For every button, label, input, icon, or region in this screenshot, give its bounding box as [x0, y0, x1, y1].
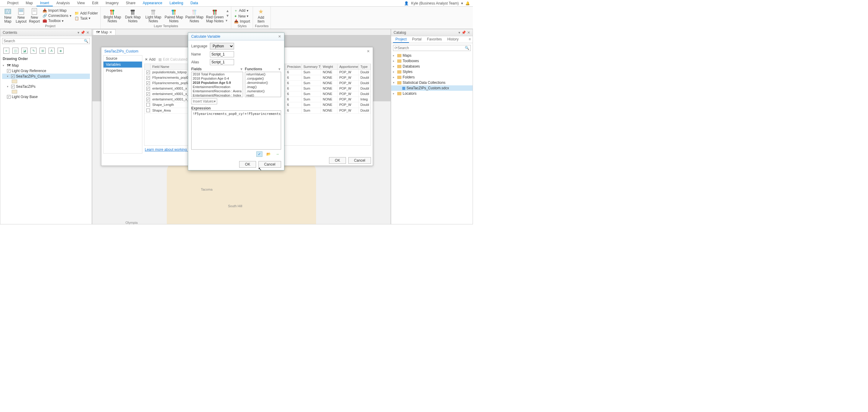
- checkbox[interactable]: [146, 108, 150, 112]
- name-input[interactable]: [210, 51, 234, 57]
- list-item[interactable]: real(): [245, 93, 281, 97]
- list-by-selection-icon[interactable]: ◪: [22, 47, 27, 54]
- contents-search[interactable]: 🔍: [2, 38, 90, 44]
- tab-analysis[interactable]: Analysis: [53, 0, 73, 6]
- tab-labeling[interactable]: Labeling: [166, 0, 187, 6]
- checkbox[interactable]: [146, 92, 150, 96]
- list-item[interactable]: .numerator(): [245, 89, 281, 93]
- catalog-search[interactable]: ⟳ 🔍: [393, 45, 471, 51]
- pin-icon[interactable]: 📌: [461, 30, 466, 35]
- checkbox[interactable]: [146, 87, 150, 91]
- load-icon[interactable]: 📂: [266, 151, 272, 157]
- tree-light-gray-ref[interactable]: Light Gray Reference: [2, 68, 90, 73]
- tab-map[interactable]: Map: [22, 0, 36, 6]
- catalog-tab-history[interactable]: History: [445, 36, 461, 43]
- cat-toolboxes[interactable]: ▸Toolboxes: [391, 58, 473, 64]
- close-icon[interactable]: ✕: [278, 34, 281, 39]
- col-apportion[interactable]: Apportionment: [338, 64, 359, 69]
- toolbox-button[interactable]: 🧰Toolbox ▾: [42, 19, 72, 23]
- cat-maps[interactable]: ▸Maps: [391, 53, 473, 58]
- add-button[interactable]: ✕Add: [145, 57, 155, 62]
- menu-icon[interactable]: ≡: [467, 36, 473, 43]
- tree-seatac-custom[interactable]: ▾SeaTacZIPs_Custom: [2, 73, 90, 79]
- tab-insert[interactable]: Insert: [36, 0, 53, 6]
- col-precision[interactable]: Precision: [285, 64, 302, 69]
- side-properties[interactable]: Properties: [103, 68, 142, 73]
- gallery-more-icon[interactable]: ▾: [226, 19, 229, 23]
- list-item[interactable]: .denominator(): [245, 81, 281, 85]
- template-light[interactable]: Light Map Notes: [144, 8, 163, 23]
- tab-edit[interactable]: Edit: [88, 0, 102, 6]
- col-type[interactable]: Type: [359, 64, 371, 69]
- list-item[interactable]: returnValue(): [245, 72, 281, 76]
- list-item[interactable]: 2018 Population Age 0-4: [191, 76, 243, 81]
- col-weight[interactable]: Weight: [321, 64, 338, 69]
- list-item[interactable]: 2018 Total Population: [191, 72, 243, 76]
- fields-list[interactable]: 2018 Total Population2018 Population Age…: [191, 72, 243, 97]
- tree-light-gray-base[interactable]: Light Gray Base: [2, 94, 90, 99]
- ok-button[interactable]: OK: [329, 157, 346, 164]
- style-import-button[interactable]: 📥Import: [233, 19, 251, 24]
- list-item[interactable]: .conjugate(): [245, 76, 281, 81]
- list-by-perspective-icon[interactable]: ◈: [58, 47, 64, 54]
- user-name[interactable]: Kyle (Business Analyst Team): [411, 1, 459, 5]
- list-item[interactable]: Entertainment/Recreation : Avera: [191, 89, 243, 93]
- list-item[interactable]: .imag(): [245, 85, 281, 89]
- tab-view[interactable]: View: [73, 0, 88, 6]
- checkbox[interactable]: [7, 95, 10, 99]
- checkbox[interactable]: [11, 85, 15, 88]
- new-map-button[interactable]: New Map: [2, 7, 14, 24]
- col-field[interactable]: Field Name: [151, 64, 193, 69]
- close-icon[interactable]: ✕: [86, 30, 89, 35]
- add-item-button[interactable]: ★ Add Item: [255, 7, 267, 24]
- cat-folders[interactable]: ▸Folders: [391, 74, 473, 80]
- catalog-tab-favorites[interactable]: Favorites: [425, 36, 444, 43]
- language-select[interactable]: Python: [210, 43, 234, 50]
- list-item[interactable]: 2018 Population Age 5-9: [191, 81, 243, 85]
- cat-locators[interactable]: ▸Locators: [391, 91, 473, 96]
- checkbox[interactable]: [11, 74, 15, 78]
- dropdown-icon[interactable]: ▾: [78, 30, 79, 35]
- cancel-button[interactable]: Cancel: [258, 161, 281, 168]
- checkbox[interactable]: [146, 103, 150, 106]
- filter-icon[interactable]: ▼: [240, 67, 243, 71]
- search-icon[interactable]: 🔍: [84, 39, 88, 43]
- notifications-icon[interactable]: 🔔: [465, 1, 470, 5]
- cat-sdc[interactable]: ▾Statistical Data Collections: [391, 80, 473, 85]
- close-icon[interactable]: ✕: [467, 30, 470, 35]
- checkbox[interactable]: [146, 82, 150, 85]
- connections-button[interactable]: 🔗Connections ▾: [42, 13, 72, 18]
- tab-imagery[interactable]: Imagery: [102, 0, 122, 6]
- tab-share[interactable]: Share: [122, 0, 139, 6]
- search-input[interactable]: [4, 39, 84, 43]
- checkbox[interactable]: [7, 69, 10, 73]
- list-by-snapping-icon[interactable]: ⊞: [39, 47, 45, 54]
- validate-icon[interactable]: ✓: [256, 151, 262, 157]
- list-by-labeling-icon[interactable]: A: [49, 47, 55, 54]
- insert-values-combo[interactable]: Insert Values▾: [191, 98, 217, 104]
- checkbox[interactable]: [146, 76, 150, 80]
- template-paired[interactable]: Paired Map Notes: [164, 8, 183, 23]
- filter-icon[interactable]: ▼: [278, 67, 281, 71]
- close-icon[interactable]: ✕: [109, 30, 112, 34]
- template-redgreen[interactable]: Red Green Map Notes: [205, 8, 224, 23]
- functions-list[interactable]: returnValue().conjugate().denominator().…: [245, 72, 281, 97]
- col-summary[interactable]: Summary Type: [302, 64, 321, 69]
- tab-project[interactable]: Project: [4, 0, 22, 6]
- list-item[interactable]: Entertainment/Recreation : Index: [191, 93, 243, 97]
- add-folder-button[interactable]: 📁Add Folder: [73, 11, 99, 16]
- cancel-button[interactable]: Cancel: [348, 157, 371, 164]
- tree-seatac-zips[interactable]: ▾SeaTacZIPs: [2, 84, 90, 89]
- refresh-icon[interactable]: ⟳: [395, 46, 398, 50]
- tab-appearance[interactable]: Appearance: [139, 0, 166, 6]
- catalog-tab-project[interactable]: Project: [393, 36, 409, 43]
- map-view-tab[interactable]: 🗺Map✕: [93, 29, 116, 35]
- catalog-tab-portal[interactable]: Portal: [409, 36, 424, 43]
- search-icon[interactable]: 🔍: [465, 46, 469, 50]
- side-source[interactable]: Source: [103, 56, 142, 62]
- search-input[interactable]: [398, 46, 465, 50]
- style-add-button[interactable]: ＋Add ▾: [233, 8, 251, 13]
- cat-sdcx-file[interactable]: ▦SeaTacZIPs_Custom.sdcx: [391, 85, 473, 91]
- dropdown-icon[interactable]: ▾: [459, 30, 460, 35]
- template-dark[interactable]: Dark Map Notes: [123, 8, 142, 23]
